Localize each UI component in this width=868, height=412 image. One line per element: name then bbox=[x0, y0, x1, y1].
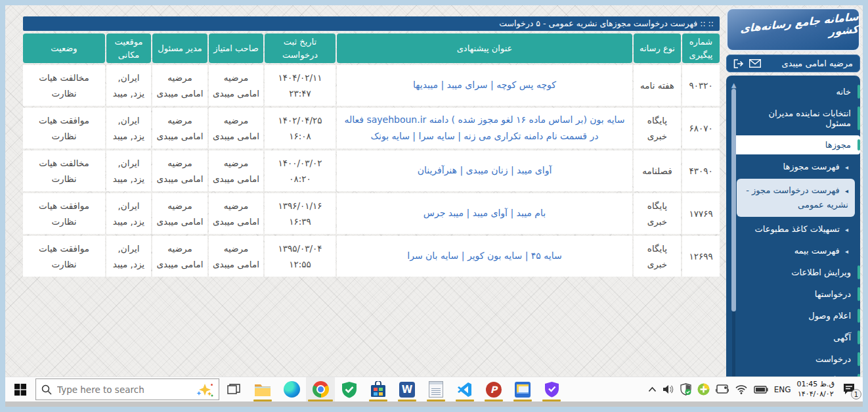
menu-accent-bar bbox=[857, 287, 860, 301]
display-device-icon[interactable] bbox=[716, 384, 729, 395]
mail-icon[interactable] bbox=[749, 59, 761, 68]
cell-status: موافقت هیات نظارت bbox=[23, 236, 105, 277]
cell-date: ۱۳۹۵/۰۳/۰۴ ۱۲:۵۵ bbox=[265, 236, 336, 277]
cell-title-link[interactable]: سایه بون (بر اساس ماده ۱۶ لغو مجوز شده )… bbox=[337, 108, 632, 149]
date-value: ۱۴۰۰/۰۳/۰۲ bbox=[278, 155, 322, 171]
sidebar-item-label: فهرست بیمه bbox=[794, 246, 840, 256]
security-shield-icon[interactable] bbox=[680, 383, 691, 396]
sidebar-item-label: خانه bbox=[836, 87, 851, 97]
date-value: ۱۴۰۴/۰۲/۱۱ bbox=[278, 70, 322, 85]
desktop-page: :: :: فهرست درخواست مجوزهای نشریه عمومی … bbox=[5, 5, 863, 407]
cell-title-link[interactable]: آوای میبد | زنان میبدی | هنرآفرینان bbox=[337, 150, 632, 191]
logout-icon[interactable] bbox=[733, 59, 744, 68]
sidebar: سامانه جامع رسانه‌های کشور مرضیه امامی م… bbox=[725, 5, 861, 407]
desktop-edge-strip bbox=[5, 401, 863, 407]
battery-icon[interactable] bbox=[754, 386, 768, 394]
menu-accent-bar bbox=[857, 265, 860, 279]
purple-shield-icon bbox=[544, 381, 559, 398]
taskbar-clock[interactable]: ق.ظ 01:45 ۱۴۰۴/۰۸/۰۲ bbox=[797, 380, 835, 400]
taskbar-app-shield-purple[interactable] bbox=[537, 377, 566, 401]
psiphon-icon: P bbox=[486, 382, 502, 398]
sidebar-item-elections[interactable]: انتخابات نماینده مدیران مسئول bbox=[726, 103, 860, 134]
start-button[interactable] bbox=[5, 377, 35, 401]
cell-title-link[interactable]: سایه ۴۵ | سایه بون کویر | سایه بان سرا bbox=[337, 236, 632, 277]
cell-manager: مرضیه امامی میبدی bbox=[152, 108, 207, 149]
windows-taskbar: W P ENG bbox=[5, 377, 863, 401]
cell-owner: مرضیه امامی میبدی bbox=[209, 65, 263, 106]
sidebar-item-label: تسهیلات کاغذ مطبوعات bbox=[754, 224, 839, 234]
sidebar-item-insurance-list[interactable]: ◂ فهرست بیمه bbox=[726, 240, 860, 262]
cell-tracking: ۱۲۶۹۹ bbox=[682, 236, 720, 277]
clock-time: ق.ظ 01:45 bbox=[797, 380, 835, 390]
taskbar-app-chrome[interactable] bbox=[306, 377, 335, 401]
page-title: :: :: فهرست درخواست مجوزهای نشریه عمومی … bbox=[23, 16, 720, 31]
chevron-up-icon[interactable] bbox=[648, 386, 657, 392]
sidebar-item-receipt[interactable]: اعلام وصول bbox=[726, 305, 860, 327]
sidebar-item-request[interactable]: درخواست bbox=[726, 348, 860, 370]
sidebar-item-label: اعلام وصول bbox=[808, 311, 851, 321]
scroll-up-icon[interactable]: ▲ bbox=[731, 82, 737, 89]
language-indicator[interactable]: ENG bbox=[774, 385, 791, 394]
cell-location: ایران, یزد, میبد bbox=[106, 236, 151, 277]
sidebar-item-edit-info[interactable]: ویرایش اطلاعات bbox=[726, 262, 860, 283]
sidebar-item-home[interactable]: خانه bbox=[726, 81, 860, 103]
microsoft-store-icon bbox=[370, 381, 386, 398]
user-name: مرضیه امامی میبدی bbox=[782, 58, 853, 68]
search-input[interactable] bbox=[57, 384, 191, 395]
notification-count-badge: 1 bbox=[851, 389, 861, 400]
taskbar-app-file-explorer[interactable] bbox=[248, 377, 277, 401]
sidebar-item-license-list[interactable]: ◂ فهرست مجوزها bbox=[726, 156, 860, 177]
sidebar-item-advert[interactable]: آگهی bbox=[726, 327, 860, 348]
cell-status: مخالفت هیات نظارت bbox=[23, 65, 105, 106]
cell-title-link[interactable]: بام میبد | آوای میبد | میبد جرس bbox=[337, 193, 632, 234]
word-icon: W bbox=[399, 382, 415, 398]
cell-tracking: ۶۸۰۷۰ bbox=[682, 108, 720, 149]
sidebar-item-label: مجوزها bbox=[825, 140, 851, 150]
main-content: :: :: فهرست درخواست مجوزهای نشریه عمومی … bbox=[23, 5, 720, 277]
sidebar-item-label: فهرست درخواست مجوز - نشریه عمومی bbox=[746, 185, 848, 210]
cell-title-link[interactable]: کوچه پس کوچه | سرای میبد | میبدیها bbox=[337, 65, 632, 106]
antivirus-360-icon[interactable] bbox=[697, 383, 710, 396]
sidebar-item-label: انتخابات نماینده مدیران مسئول bbox=[768, 108, 851, 128]
cell-media-type: پایگاه خبری bbox=[634, 193, 681, 234]
cell-media-type: پایگاه خبری bbox=[634, 108, 681, 149]
submenu-arrow-icon: ◂ bbox=[845, 164, 848, 171]
taskbar-app-store[interactable] bbox=[364, 377, 393, 401]
cell-date: ۱۴۰۴/۰۲/۱۱ ۲۳:۴۷ bbox=[265, 65, 336, 106]
taskbar-app-edge[interactable] bbox=[277, 377, 306, 401]
notification-center-button[interactable]: 1 bbox=[840, 383, 857, 396]
sidebar-item-paper-facilities[interactable]: ◂ تسهیلات کاغذ مطبوعات bbox=[726, 218, 860, 240]
cell-manager: مرضیه امامی میبدی bbox=[152, 193, 207, 234]
sidebar-scrollbar[interactable]: ▲ ▼ bbox=[731, 82, 737, 392]
time-value: ۱۲:۵۵ bbox=[289, 256, 311, 272]
col-header-date: تاریخ ثبت درخواست bbox=[265, 34, 336, 63]
sidebar-item-label: درخواست bbox=[815, 354, 851, 364]
cell-media-type: فصلنامه bbox=[634, 150, 681, 191]
taskbar-search[interactable] bbox=[35, 378, 219, 400]
sidebar-item-label: ویرایش اطلاعات bbox=[791, 267, 851, 277]
task-view-button[interactable] bbox=[219, 377, 248, 401]
cell-tracking: ۴۳۰۹۰ bbox=[682, 150, 720, 191]
taskbar-app-vscode[interactable] bbox=[450, 377, 479, 401]
taskbar-app-notepad[interactable] bbox=[422, 377, 450, 401]
cell-media-type: پایگاه خبری bbox=[634, 236, 681, 277]
taskbar-app-psiphon[interactable]: P bbox=[479, 377, 508, 401]
time-value: ۲۳:۴۷ bbox=[289, 85, 311, 101]
sidebar-item-license-request-list[interactable]: ◂ فهرست درخواست مجوز - نشریه عمومی bbox=[737, 179, 855, 217]
cell-manager: مرضیه امامی میبدی bbox=[152, 65, 207, 106]
sidebar-item-licenses[interactable]: مجوزها bbox=[733, 135, 860, 154]
scrollbar-thumb[interactable] bbox=[731, 89, 736, 311]
taskbar-app-system[interactable] bbox=[508, 377, 537, 401]
taskbar-app-shield-green[interactable] bbox=[335, 377, 364, 401]
cell-status: مخالفت هیات نظارت bbox=[23, 150, 105, 191]
speaker-icon[interactable] bbox=[662, 384, 674, 394]
col-header-location: موقعیت مکانی bbox=[106, 34, 151, 63]
wifi-icon[interactable] bbox=[735, 384, 748, 394]
taskbar-app-word[interactable]: W bbox=[393, 377, 422, 401]
cell-date: ۱۴۰۰/۰۳/۰۲ ۰۸:۲۰ bbox=[265, 150, 336, 191]
sidebar-item-requests[interactable]: درخواستها bbox=[726, 283, 860, 305]
notepad-icon bbox=[429, 381, 443, 398]
menu-accent-bar bbox=[857, 331, 860, 344]
table-header-row: شماره پیگیری نوع رسانه عنوان پیشنهادی تا… bbox=[23, 34, 720, 63]
cell-location: ایران, یزد, میبد bbox=[106, 150, 151, 191]
